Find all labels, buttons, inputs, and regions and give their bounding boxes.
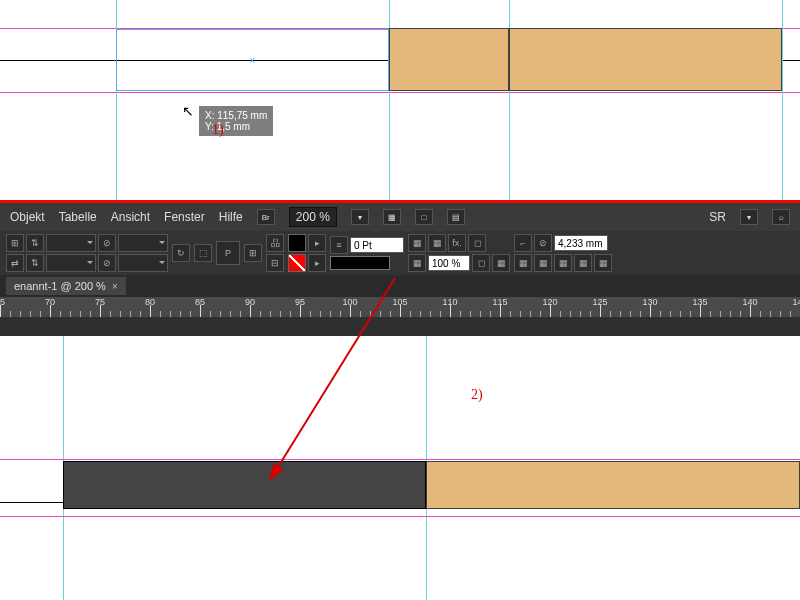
ruler-number: 115: [492, 297, 507, 307]
reference-point-icon[interactable]: ⊞: [6, 234, 24, 252]
pathfinder-icon[interactable]: 品: [266, 234, 284, 252]
bridge-button[interactable]: Br: [257, 209, 275, 225]
cursor-icon: ↖: [182, 103, 194, 119]
fx-button[interactable]: fx.: [448, 234, 466, 252]
annotation-2: 2): [471, 388, 483, 402]
close-icon[interactable]: ×: [112, 281, 118, 292]
flip-h-icon[interactable]: ⇄: [6, 254, 24, 272]
view-mode-2-icon[interactable]: □: [415, 209, 433, 225]
menu-fenster[interactable]: Fenster: [164, 210, 205, 224]
ruler-number: 130: [642, 297, 657, 307]
cursor-tooltip: X: 115,75 mm Y: 1,5 mm: [199, 106, 273, 136]
wrap-icon[interactable]: ▦: [428, 234, 446, 252]
stroke-dropdown-icon[interactable]: ▸: [308, 254, 326, 272]
control-bar: ⊞ ⇅ ⊘ ⇄ ⇅ ⊘ ↻ ⬚ P ⊞ 品 ⊟ ▸: [0, 231, 800, 275]
canvas-bottom[interactable]: 2): [0, 336, 800, 600]
opacity-field[interactable]: [428, 255, 470, 271]
horizontal-ruler[interactable]: 6570758085909510010511011512012513013514…: [0, 297, 800, 317]
corner-offset-field[interactable]: [554, 235, 608, 251]
h-field[interactable]: [118, 254, 168, 272]
x-field[interactable]: [46, 234, 96, 252]
ruler-number: 125: [592, 297, 607, 307]
auto-fit-icon[interactable]: ▦: [594, 254, 612, 272]
stroke-weight-icon[interactable]: ≡: [330, 236, 348, 254]
x-link-icon[interactable]: ⇅: [26, 234, 44, 252]
opacity-icon[interactable]: ▦: [408, 254, 426, 272]
ruler-number: 105: [392, 297, 407, 307]
view-mode-1-icon[interactable]: ▦: [383, 209, 401, 225]
stroke-weight-field[interactable]: [350, 237, 404, 253]
ruler-number: 135: [692, 297, 707, 307]
fit-content-icon[interactable]: ▦: [514, 254, 532, 272]
drop-shadow-icon[interactable]: ◻: [472, 254, 490, 272]
ruler-number: 70: [45, 297, 55, 307]
search-icon[interactable]: ⌕: [772, 209, 790, 225]
ruler-number: 85: [195, 297, 205, 307]
zoom-dropdown-icon[interactable]: ▾: [351, 209, 369, 225]
constrain-icon[interactable]: ⊘: [98, 234, 116, 252]
menu-objekt[interactable]: Objekt: [10, 210, 45, 224]
menu-bar: Objekt Tabelle Ansicht Fenster Hilfe Br …: [0, 203, 800, 231]
fill-swatch[interactable]: [288, 234, 306, 252]
align-icon[interactable]: ⊞: [244, 244, 262, 262]
menu-ansicht[interactable]: Ansicht: [111, 210, 150, 224]
stroke-swatch[interactable]: [288, 254, 306, 272]
dark-cell[interactable]: [63, 461, 426, 509]
shear-icon[interactable]: ⬚: [194, 244, 212, 262]
ruler-number: 80: [145, 297, 155, 307]
ruler-number: 95: [295, 297, 305, 307]
menu-tabelle[interactable]: Tabelle: [59, 210, 97, 224]
tan-cell[interactable]: [389, 28, 509, 91]
link-icon[interactable]: ⊘: [534, 234, 552, 252]
document-tab-bar: enannt-1 @ 200 % ×: [0, 275, 800, 297]
guide-magenta: [0, 516, 800, 517]
fit-frame-icon[interactable]: ▦: [534, 254, 552, 272]
y-field[interactable]: [46, 254, 96, 272]
stroke-style-dropdown[interactable]: [330, 256, 390, 270]
tan-cell[interactable]: [426, 461, 800, 509]
fill-frame-icon[interactable]: ▦: [574, 254, 592, 272]
ruler-number: 120: [542, 297, 557, 307]
app-toolbar: Objekt Tabelle Ansicht Fenster Hilfe Br …: [0, 200, 800, 336]
workspace-dropdown-icon[interactable]: ▾: [740, 209, 758, 225]
ruler-number: 145: [792, 297, 800, 307]
flip-v-icon[interactable]: ⊘: [98, 254, 116, 272]
selection-box[interactable]: ×: [116, 29, 389, 91]
center-icon[interactable]: ▦: [554, 254, 572, 272]
zoom-input[interactable]: 200 %: [289, 207, 337, 227]
ruler-number: 75: [95, 297, 105, 307]
guide-magenta: [0, 459, 800, 460]
guide-cyan: [782, 0, 783, 200]
view-mode-3-icon[interactable]: ▤: [447, 209, 465, 225]
ruler-number: 65: [0, 297, 5, 307]
fit-icon[interactable]: ▦: [492, 254, 510, 272]
fill-dropdown-icon[interactable]: ▸: [308, 234, 326, 252]
ruler-number: 90: [245, 297, 255, 307]
document-tab[interactable]: enannt-1 @ 200 % ×: [6, 277, 126, 295]
wrap-icon[interactable]: ▦: [408, 234, 426, 252]
container-icon[interactable]: P: [216, 241, 240, 265]
w-field[interactable]: [118, 234, 168, 252]
tab-title: enannt-1 @ 200 %: [14, 280, 106, 292]
tooltip-x: X: 115,75 mm: [205, 110, 267, 121]
ruler-number: 140: [742, 297, 757, 307]
workspace-label[interactable]: SR: [709, 210, 726, 224]
distribute-icon[interactable]: ⊟: [266, 254, 284, 272]
tan-cell[interactable]: [509, 28, 782, 91]
corner-option-icon[interactable]: ⌐: [514, 234, 532, 252]
y-link-icon[interactable]: ⇅: [26, 254, 44, 272]
ruler-number: 100: [342, 297, 357, 307]
rotate-icon[interactable]: ↻: [172, 244, 190, 262]
canvas-top[interactable]: × ↖ X: 115,75 mm Y: 1,5 mm 1): [0, 0, 800, 200]
corner-icon[interactable]: ◻: [468, 234, 486, 252]
ruler-number: 110: [442, 297, 457, 307]
menu-hilfe[interactable]: Hilfe: [219, 210, 243, 224]
annotation-1: 1): [212, 123, 224, 137]
guide-magenta: [0, 92, 800, 93]
